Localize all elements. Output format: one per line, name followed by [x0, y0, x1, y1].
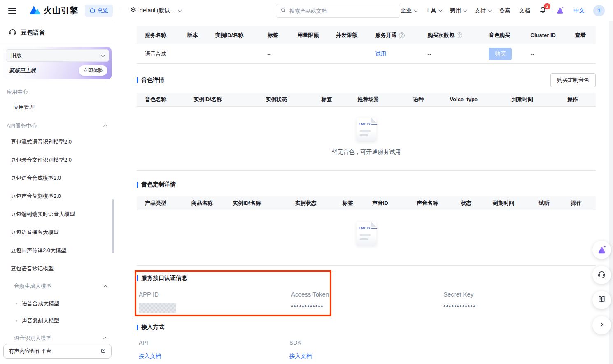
- main-content: 服务名称 版本 实例ID/名称 标签 用量限额 并发限额 服务开通 购买次数包 …: [116, 21, 613, 364]
- external-link-icon: [100, 348, 106, 355]
- app-id-field: APP ID: [139, 291, 291, 313]
- audio-platform-link[interactable]: 有声内容创作平台: [3, 344, 112, 359]
- section-api-center[interactable]: API服务中心: [0, 116, 115, 133]
- col-service-name: 服务名称: [137, 32, 187, 39]
- customer-service-button[interactable]: [592, 266, 611, 284]
- floating-toolbar: [592, 241, 611, 334]
- link-icp-filing[interactable]: 备案: [499, 7, 510, 14]
- sidebar-item-simul-interpret[interactable]: 豆包同声传译2.0大模型: [0, 241, 115, 260]
- sdk-doc-link[interactable]: 接入文档: [289, 353, 312, 359]
- try-now-button[interactable]: 立即体验: [79, 65, 107, 76]
- avatar[interactable]: 1: [593, 5, 605, 16]
- help-icon[interactable]: [399, 32, 405, 38]
- overview-label: 总览: [98, 7, 108, 14]
- title-accent-bar: [137, 77, 138, 83]
- chevron-right-icon: [598, 321, 606, 330]
- sidebar-item-file-asr-2[interactable]: 豆包录音文件识别模型2.0: [0, 151, 115, 169]
- sidebar-item-app-manage[interactable]: 应用管理: [0, 98, 115, 116]
- auth-info-section: 服务接口认证信息 APP ID Access Token ***********…: [137, 274, 596, 313]
- logo[interactable]: 火山引擎: [30, 5, 78, 16]
- section-title-voice-detail: 音色详情: [137, 77, 164, 84]
- voice-custom-empty-state: EMPTY: [137, 210, 596, 266]
- cell-package: --: [428, 51, 489, 57]
- chevron-up-icon: [103, 124, 107, 128]
- version-select[interactable]: 旧版: [6, 49, 109, 62]
- col-service-open: 服务开通: [375, 32, 428, 39]
- sidebar-item-tts-large[interactable]: 语音合成大模型: [0, 295, 115, 312]
- masked-app-id-value: [139, 303, 176, 313]
- sidebar-item-miaoji[interactable]: 豆包语音妙记模型: [0, 260, 115, 278]
- new-version-banner: 新版已上线 立即体验: [6, 62, 109, 77]
- chevron-up-icon: [103, 285, 107, 289]
- search-input[interactable]: [289, 8, 396, 14]
- menu-enterprise[interactable]: 企业: [401, 7, 417, 14]
- cell-cluster-id: --: [531, 51, 575, 57]
- menu-icon[interactable]: [8, 8, 16, 14]
- divider: [121, 7, 121, 14]
- help-icon[interactable]: [457, 32, 462, 38]
- section-title-voice-custom: 音色定制详情: [137, 181, 176, 188]
- sidebar-item-e2e-realtime[interactable]: 豆包端到端实时语音大模型: [0, 205, 115, 223]
- sidebar: 豆包语音 旧版 新版已上线 立即体验 应用中心 应用管理 API服务中心 豆包流…: [0, 21, 115, 364]
- col-version: 版本: [187, 32, 215, 39]
- book-icon: [597, 294, 606, 306]
- empty-doc-icon: EMPTY: [357, 222, 376, 246]
- service-table-header: 服务名称 版本 实例ID/名称 标签 用量限额 并发限额 服务开通 购买次数包 …: [137, 26, 596, 44]
- divider: [0, 43, 115, 43]
- chevron-down-icon: [463, 8, 467, 12]
- project-selector[interactable]: default(默认...: [130, 7, 181, 15]
- sidebar-scrollbar[interactable]: [112, 199, 114, 253]
- col-usage-quota: 用量限额: [297, 32, 336, 39]
- sidebar-item-clone-large[interactable]: 声音复刻大模型: [0, 312, 115, 329]
- overview-button[interactable]: 总览: [85, 5, 113, 17]
- page-fold: [371, 118, 376, 123]
- sidebar-item-podcast[interactable]: 豆包语音播客大模型: [0, 223, 115, 241]
- version-banner-card: 旧版 新版已上线 立即体验: [3, 47, 112, 79]
- sidebar-item-streaming-asr-2[interactable]: 豆包流式语音识别模型2.0: [0, 133, 115, 151]
- empty-doc-icon: EMPTY: [357, 118, 376, 141]
- col-view: 查看: [575, 32, 596, 39]
- search-icon: [280, 7, 287, 15]
- col-concurrency-quota: 并发限额: [336, 32, 375, 39]
- menu-tools[interactable]: 工具: [425, 7, 441, 14]
- voice-custom-section: 音色定制详情 产品类型 商品名称 实例ID/名称 实例状态 标签 声音ID 声音…: [137, 180, 596, 266]
- notifications-button[interactable]: 2: [539, 6, 547, 15]
- service-table: 服务名称 版本 实例ID/名称 标签 用量限额 并发限额 服务开通 购买次数包 …: [137, 26, 596, 64]
- sidebar-item-tts-2[interactable]: 豆包语音合成模型2.0: [0, 169, 115, 187]
- section-title-access: 接入方式: [137, 324, 596, 331]
- volcengine-logo-icon: [30, 5, 41, 16]
- bullet-dot: [16, 320, 17, 322]
- sidebar-nav: 应用中心 应用管理 API服务中心 豆包流式语音识别模型2.0 豆包录音文件识别…: [0, 79, 115, 361]
- topbar: 火山引擎 总览 default(默认...: [0, 0, 613, 21]
- home-icon: [89, 7, 96, 14]
- table-row: 语音合成 – 试用 -- 购买 --: [137, 44, 596, 64]
- layers-icon: [130, 7, 137, 15]
- version-selected-label: 旧版: [11, 52, 22, 59]
- banner-text: 新版已上线: [9, 67, 36, 74]
- chevron-down-icon: [438, 8, 443, 12]
- ai-assistant-float-button[interactable]: [592, 241, 611, 259]
- ai-assistant-button[interactable]: [555, 6, 565, 15]
- sidebar-item-voice-clone-2[interactable]: 豆包声音复刻模型2.0: [0, 187, 115, 205]
- menu-billing[interactable]: 费用: [450, 7, 466, 14]
- buy-button[interactable]: 购买: [489, 48, 512, 60]
- docs-button[interactable]: [592, 291, 611, 309]
- access-method-section: 接入方式 API 接入文档 SDK 接入文档: [137, 324, 596, 360]
- trial-link[interactable]: 试用: [375, 50, 386, 58]
- collapse-panel-button[interactable]: [592, 316, 611, 334]
- col-cluster-id: Cluster ID: [531, 32, 575, 38]
- topbar-right: 企业 工具 费用 支持 备案 文档 2: [401, 5, 607, 16]
- group-audio-generation[interactable]: 音频生成大模型: [0, 278, 115, 295]
- api-access: API 接入文档: [139, 339, 289, 360]
- buy-custom-voice-button[interactable]: 购买定制音色: [550, 73, 596, 87]
- section-app-center: 应用中心: [0, 83, 115, 98]
- search-box[interactable]: [276, 4, 400, 18]
- menu-support[interactable]: 支持: [475, 7, 491, 14]
- voice-empty-state: EMPTY 暂无音色，可开通服务试用: [137, 107, 596, 171]
- language-switch[interactable]: 中文: [573, 7, 585, 14]
- chevron-up-icon: [103, 336, 107, 341]
- link-docs[interactable]: 文档: [519, 7, 530, 14]
- cell-service-name: 语音合成: [137, 50, 187, 58]
- api-doc-link[interactable]: 接入文档: [139, 353, 161, 359]
- voice-detail-section: 音色详情 购买定制音色 音色名称 实例ID/名称 实例状态 标签 推荐场景 语种…: [137, 74, 596, 171]
